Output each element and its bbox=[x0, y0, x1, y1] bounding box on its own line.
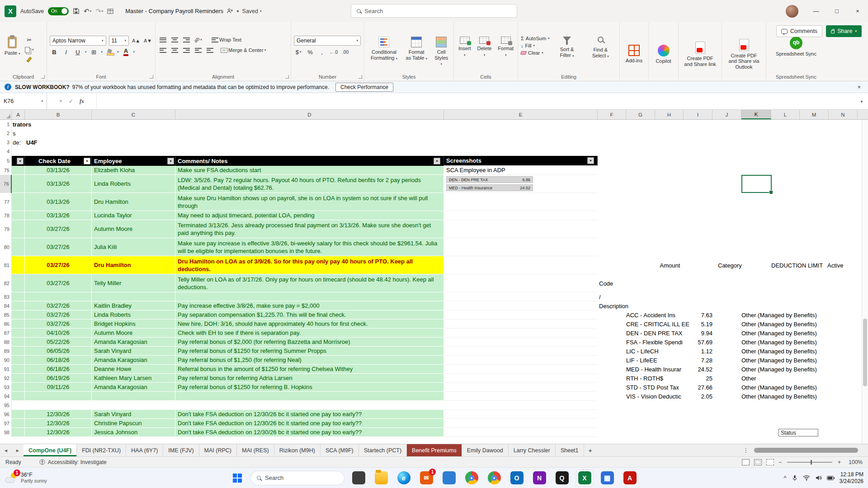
sheet-tab-rizikon-m9h-[interactable]: Rizikon (M9H) bbox=[274, 444, 321, 456]
cell-C82[interactable]: Telly Miller bbox=[92, 274, 175, 292]
header-a[interactable]: ▼ bbox=[12, 156, 25, 166]
cell-D83[interactable] bbox=[175, 292, 444, 301]
row-header-86[interactable]: 86 bbox=[0, 319, 12, 328]
cell-D92[interactable]: Pay referral bonus for referring Adria L… bbox=[175, 374, 444, 383]
filter-button-header-check-date[interactable]: ▼ bbox=[84, 158, 90, 164]
cell-B85[interactable]: 03/27/26 bbox=[25, 310, 92, 319]
cell-D96[interactable]: Don't take FSA deduction on 12/30/26 bc … bbox=[175, 410, 444, 419]
cell-D84[interactable]: Pay increase effective 3/8/26, make sure… bbox=[175, 301, 444, 310]
row-header-80[interactable]: 80 bbox=[0, 238, 12, 256]
cell-E90[interactable] bbox=[444, 356, 598, 365]
sheet-tab-sca-m9f-[interactable]: SCA (M9F) bbox=[321, 444, 359, 456]
sheet-tab-larry-chessler[interactable]: Larry Chessler bbox=[509, 444, 556, 456]
row-header-2[interactable]: 2 bbox=[0, 129, 12, 138]
taskbar-icon-file-explorer[interactable] bbox=[373, 469, 390, 487]
deduction-amount-3[interactable]: 57.69 bbox=[661, 339, 712, 346]
row-header-89[interactable]: 89 bbox=[0, 347, 12, 356]
accounting-format-button[interactable]: $▾ bbox=[294, 48, 303, 56]
alignment-dialog-launcher[interactable] bbox=[285, 75, 289, 79]
header-screenshots[interactable]: Screenshots▼ bbox=[444, 156, 598, 166]
row-header-90[interactable]: 90 bbox=[0, 356, 12, 365]
taskbar-icon-excel[interactable]: X bbox=[576, 469, 593, 487]
document-title[interactable]: Master - Company Payroll Reminders bbox=[125, 8, 223, 14]
taskbar-icon-sheet-app[interactable]: ▦ bbox=[599, 469, 616, 487]
column-header-A[interactable]: A bbox=[12, 110, 25, 119]
find-select-button[interactable]: Find & Select ▾ bbox=[585, 36, 617, 59]
cell-C77[interactable]: Dru Hamilton bbox=[92, 193, 175, 211]
cell-B92[interactable]: 06/19/26 bbox=[25, 374, 92, 383]
cell-A81[interactable] bbox=[12, 256, 25, 274]
row-header-92[interactable]: 92 bbox=[0, 374, 12, 383]
cell-F83[interactable]: / bbox=[599, 294, 601, 300]
cell-C94[interactable] bbox=[92, 392, 175, 401]
cell-A4[interactable] bbox=[12, 147, 25, 156]
align-top-button[interactable] bbox=[158, 36, 167, 44]
cell-D97[interactable]: Don't take FSA deduction on 12/30/26 bc … bbox=[175, 419, 444, 428]
column-header-J[interactable]: J bbox=[712, 110, 741, 119]
align-middle-button[interactable] bbox=[170, 36, 179, 44]
cell-B83[interactable] bbox=[25, 292, 92, 301]
selected-cell-outline[interactable] bbox=[741, 175, 772, 193]
comments-button[interactable]: Comments bbox=[776, 25, 822, 37]
header-check-date[interactable]: Check Date▼ bbox=[25, 156, 92, 166]
cell-A78[interactable] bbox=[12, 211, 25, 220]
column-header-L[interactable]: L bbox=[771, 110, 800, 119]
cell-A85[interactable] bbox=[12, 310, 25, 319]
cell-A89[interactable] bbox=[12, 347, 25, 356]
name-box[interactable]: K76▾ bbox=[0, 93, 47, 109]
volume-icon[interactable] bbox=[815, 475, 822, 481]
cell-A84[interactable] bbox=[12, 301, 25, 310]
row-header-91[interactable]: 91 bbox=[0, 365, 12, 374]
cell-F82[interactable]: Code bbox=[599, 280, 613, 287]
cell-C75[interactable]: Elizabeth Kloha bbox=[92, 166, 175, 175]
deduction-amount-8[interactable]: 27.66 bbox=[661, 384, 712, 391]
message-bar-close-icon[interactable]: × bbox=[854, 84, 863, 90]
cell-E80[interactable] bbox=[444, 238, 598, 256]
weather-widget[interactable]: 1 36°F Partly sunny bbox=[5, 468, 47, 488]
cell-B81[interactable]: 03/27/26 bbox=[25, 256, 92, 274]
column-header-H[interactable]: H bbox=[655, 110, 684, 119]
deduction-category-8[interactable]: Other (Managed by Benefits) bbox=[741, 384, 817, 391]
cell-A92[interactable] bbox=[12, 374, 25, 383]
taskbar-icon-chrome-profile-2[interactable] bbox=[486, 469, 503, 487]
deduction-amount-1[interactable]: 5.19 bbox=[661, 321, 712, 328]
cell-D87[interactable]: Check with EH to see if there is separat… bbox=[175, 328, 444, 338]
filter-button-header-employee[interactable]: ▼ bbox=[167, 158, 174, 164]
clear-button[interactable]: Clear▾ bbox=[521, 50, 550, 56]
row-header-78[interactable]: 78 bbox=[0, 211, 12, 220]
number-format-select[interactable]: General▾ bbox=[294, 36, 361, 46]
status-textbox[interactable]: Status bbox=[778, 429, 818, 436]
titlebar-search[interactable]: Search bbox=[351, 4, 517, 18]
zoom-slider-thumb[interactable] bbox=[811, 460, 812, 465]
sheet-tab-mai-rpc-[interactable]: MAI (RPC) bbox=[199, 444, 237, 456]
taskbar-icon-teams-app[interactable] bbox=[440, 469, 458, 487]
taskbar-icon-edge[interactable]: e bbox=[395, 469, 412, 487]
row-header-83[interactable]: 83 bbox=[0, 292, 12, 301]
autosave-toggle[interactable]: On bbox=[48, 7, 69, 15]
zoom-slider[interactable] bbox=[787, 462, 832, 463]
vertical-scrollbar-thumb[interactable] bbox=[863, 319, 867, 386]
row-header-1[interactable]: 1 bbox=[0, 120, 12, 129]
row-header-95[interactable]: 95 bbox=[0, 401, 12, 410]
column-header-G[interactable]: G bbox=[626, 110, 655, 119]
select-all-corner[interactable] bbox=[0, 110, 12, 119]
cell-B97[interactable]: 12/30/26 bbox=[25, 419, 92, 428]
zoom-in-icon[interactable]: + bbox=[838, 459, 841, 465]
cell-A79[interactable] bbox=[12, 220, 25, 238]
cell-A93[interactable] bbox=[12, 383, 25, 392]
deduction-amount-7[interactable]: 25 bbox=[661, 375, 712, 382]
deduction-category-2[interactable]: Other (Managed by Benefits) bbox=[741, 330, 817, 337]
row-header-97[interactable]: 97 bbox=[0, 419, 12, 428]
cell-A94[interactable] bbox=[12, 392, 25, 401]
cell-C79[interactable]: Autumn Moore bbox=[92, 220, 175, 238]
cell-A1[interactable]: trators bbox=[12, 120, 25, 129]
cell-A3[interactable]: de: bbox=[12, 138, 25, 147]
cell-B86[interactable]: 03/27/26 bbox=[25, 319, 92, 328]
column-header-C[interactable]: C bbox=[92, 110, 175, 119]
row-header-75[interactable]: 75 bbox=[0, 166, 12, 175]
cell-D86[interactable]: New hire, DOH: 3/16, should have approxi… bbox=[175, 319, 444, 328]
header-employee[interactable]: Employee▼ bbox=[92, 156, 175, 166]
cell-D79[interactable]: Terminated 3/13/26. Jess already process… bbox=[175, 220, 444, 238]
check-performance-button[interactable]: Check Performance bbox=[335, 83, 393, 92]
horizontal-scrollbar-thumb[interactable] bbox=[754, 448, 858, 453]
